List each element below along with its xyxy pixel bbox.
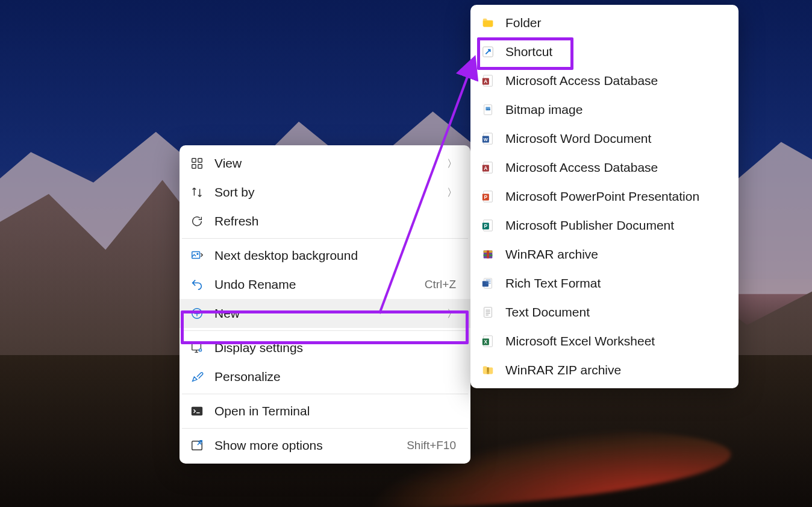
submenu-item-folder[interactable]: Folder [470,8,739,37]
menu-separator [182,238,468,239]
menu-item-view[interactable]: View 〉 [180,149,470,178]
svg-rect-32 [487,251,489,259]
submenu-item-rtf[interactable]: Rich Text Format [470,269,739,298]
terminal-icon [190,405,204,418]
svg-rect-3 [198,165,202,168]
menu-separator [182,428,468,429]
shortcut-icon [481,45,495,58]
svg-rect-2 [192,165,196,168]
submenu-item-powerpoint[interactable]: P Microsoft PowerPoint Presentation [470,182,739,211]
new-submenu: Folder Shortcut A Microsoft Access Datab… [470,5,739,388]
submenu-item-access-database-2[interactable]: A Microsoft Access Database [470,153,739,182]
menu-item-label: Text Document [505,305,728,320]
menu-item-label: Sort by [214,185,436,200]
winrar-zip-icon [481,364,495,377]
svg-rect-9 [192,407,202,416]
submenu-item-winrar[interactable]: WinRAR archive [470,240,739,269]
submenu-item-word[interactable]: W Microsoft Word Document [470,124,739,153]
menu-item-label: Bitmap image [505,102,728,117]
undo-icon [190,278,204,291]
menu-item-label: Display settings [214,341,460,355]
menu-item-label: WinRAR ZIP archive [505,363,728,377]
personalize-icon [190,370,204,383]
submenu-item-excel[interactable]: X Microsoft Excel Worksheet [470,327,739,356]
powerpoint-icon: P [481,190,495,203]
menu-item-label: Rich Text Format [505,276,728,291]
submenu-item-publisher[interactable]: P Microsoft Publisher Document [470,211,739,240]
menu-item-display-settings[interactable]: Display settings [180,333,470,362]
submenu-item-bitmap[interactable]: Bitmap image [470,95,739,124]
menu-item-shortcut: Shift+F10 [407,439,456,452]
refresh-icon [190,215,204,228]
excel-icon: X [481,335,495,348]
menu-item-label: Personalize [214,370,460,384]
svg-rect-0 [192,159,196,162]
text-icon [481,306,495,319]
svg-text:A: A [484,166,487,171]
menu-item-label: Folder [505,16,728,30]
menu-item-undo-rename[interactable]: Undo Rename Ctrl+Z [180,270,470,299]
menu-item-show-more-options[interactable]: Show more options Shift+F10 [180,431,470,460]
chevron-right-icon: 〉 [447,307,457,321]
menu-item-label: Next desktop background [214,248,460,263]
menu-item-label: Shortcut [505,45,728,59]
svg-rect-39 [487,367,489,374]
svg-rect-35 [484,307,492,318]
publisher-icon: P [481,219,495,232]
svg-rect-1 [198,159,202,162]
word-icon: W [481,132,495,145]
menu-item-label: Microsoft Access Database [505,160,728,175]
menu-item-label: Undo Rename [214,277,414,292]
menu-item-sort-by[interactable]: Sort by 〉 [180,178,470,207]
more-options-icon [190,439,204,452]
menu-item-label: Microsoft PowerPoint Presentation [505,189,728,204]
desktop-context-menu: View 〉 Sort by 〉 Refresh Next desktop ba… [180,145,470,464]
access-icon: A [481,74,495,87]
svg-text:X: X [484,339,488,345]
svg-rect-34 [483,281,489,286]
svg-text:A: A [484,79,487,84]
submenu-item-shortcut[interactable]: Shortcut [470,37,739,66]
menu-item-label: Microsoft Publisher Document [505,218,728,233]
svg-text:P: P [484,195,488,200]
rtf-icon [481,277,495,290]
menu-item-label: Open in Terminal [214,404,460,418]
menu-item-label: Microsoft Excel Worksheet [505,334,728,348]
submenu-item-access-database[interactable]: A Microsoft Access Database [470,66,739,95]
svg-point-5 [197,253,198,254]
svg-text:P: P [484,224,488,229]
access-icon: A [481,161,495,174]
menu-separator [182,330,468,331]
menu-item-personalize[interactable]: Personalize [180,362,470,391]
submenu-item-winrar-zip[interactable]: WinRAR ZIP archive [470,356,739,385]
chevron-right-icon: 〉 [447,157,457,171]
menu-item-label: Microsoft Access Database [505,74,728,88]
svg-text:W: W [484,137,488,142]
menu-item-label: WinRAR archive [505,247,728,262]
image-next-icon [190,249,204,262]
menu-item-label: Microsoft Word Document [505,131,728,146]
folder-icon [481,16,495,30]
menu-separator [182,394,468,394]
menu-item-label: Refresh [214,214,460,228]
menu-item-new[interactable]: New 〉 [180,299,470,328]
menu-item-open-in-terminal[interactable]: Open in Terminal [180,397,470,426]
display-settings-icon [190,341,204,354]
menu-item-refresh[interactable]: Refresh [180,207,470,236]
bitmap-icon [481,103,495,116]
menu-item-next-desktop-background[interactable]: Next desktop background [180,241,470,270]
menu-item-shortcut: Ctrl+Z [425,278,456,291]
new-plus-icon [190,307,204,320]
submenu-item-text[interactable]: Text Document [470,298,739,327]
menu-item-label: New [214,306,436,321]
chevron-right-icon: 〉 [447,186,457,200]
sort-icon [190,186,204,199]
winrar-icon [481,248,495,261]
view-icon [190,157,204,170]
menu-item-label: View [214,156,436,171]
menu-item-label: Show more options [214,438,396,453]
